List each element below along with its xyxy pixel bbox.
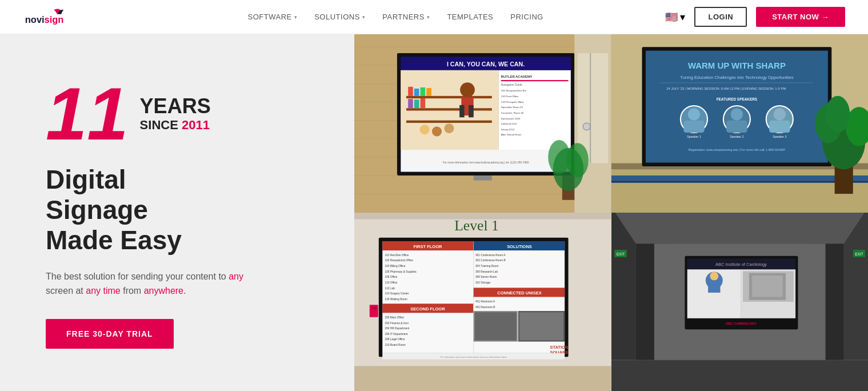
school-signage-image: I CAN, YOU CAN, WE CAN. xyxy=(354,34,611,213)
logo[interactable]: novi sign xyxy=(23,6,91,29)
svg-text:301 Conference Room A: 301 Conference Room A xyxy=(475,254,506,257)
nav-software[interactable]: SOFTWARE ▾ xyxy=(248,13,298,21)
svg-text:106 Office: 106 Office xyxy=(385,276,398,278)
svg-rect-38 xyxy=(501,80,569,81)
svg-text:202 Finance & Acct: 202 Finance & Acct xyxy=(385,322,409,325)
svg-text:Gymnasium 5102: Gymnasium 5102 xyxy=(501,117,521,120)
chevron-down-icon: ▾ xyxy=(362,14,366,20)
svg-rect-154 xyxy=(708,281,720,293)
svg-text:WARM UP WITH SHARP: WARM UP WITH SHARP xyxy=(687,61,785,70)
chevron-down-icon: ▾ xyxy=(427,14,430,20)
hero-section: 11 YEARS SINCE 2011 Digital Signage Made… xyxy=(0,34,868,391)
svg-text:BUTLER ACADEMY: BUTLER ACADEMY xyxy=(501,75,533,78)
svg-point-77 xyxy=(730,108,742,120)
since-text: SINCE 2011 xyxy=(140,118,211,133)
svg-point-89 xyxy=(825,96,850,133)
nav-templates[interactable]: TEMPLATES xyxy=(447,13,493,21)
nav-pricing[interactable]: PRICING xyxy=(510,13,543,21)
svg-text:306 Research Lab: 306 Research Lab xyxy=(475,270,498,273)
svg-rect-145 xyxy=(635,244,654,360)
svg-text:302 Conference Room B: 302 Conference Room B xyxy=(475,259,506,262)
svg-text:308 Server Room: 308 Server Room xyxy=(475,276,497,278)
svg-point-153 xyxy=(710,272,718,281)
svg-rect-131 xyxy=(519,312,563,340)
svg-text:Registration: www.sharplearnin: Registration: www.sharplearning.edu | Fo… xyxy=(688,148,785,151)
svg-rect-63 xyxy=(611,175,869,181)
login-button[interactable]: LOGIN xyxy=(694,7,747,27)
svg-rect-28 xyxy=(421,98,426,108)
svg-point-35 xyxy=(444,123,454,133)
svg-rect-22 xyxy=(408,87,413,96)
svg-point-33 xyxy=(420,125,430,134)
svg-point-73 xyxy=(687,108,699,120)
svg-text:Level 1: Level 1 xyxy=(454,217,499,234)
svg-text:110 Office: 110 Office xyxy=(385,281,398,284)
svg-rect-36 xyxy=(499,70,571,150)
svg-text:For more information visit www: For more information visit www.butleraca… xyxy=(443,161,529,164)
svg-text:EXIT: EXIT xyxy=(616,252,624,256)
svg-rect-51 xyxy=(474,175,492,181)
svg-rect-142 xyxy=(611,360,869,391)
years-block: 11 YEARS SINCE 2011 xyxy=(46,77,309,151)
svg-text:101 Rec/Den Office: 101 Rec/Den Office xyxy=(385,254,409,257)
svg-text:210 Board Room: 210 Board Room xyxy=(385,344,406,346)
svg-text:110 Front Office: 110 Front Office xyxy=(501,95,519,98)
svg-text:Cafeteria 5111: Cafeteria 5111 xyxy=(501,122,518,125)
svg-text:208 Legal Office: 208 Legal Office xyxy=(385,338,405,341)
svg-text:112 Lab: 112 Lab xyxy=(385,287,395,290)
svg-text:Navigation Guide: Navigation Guide xyxy=(501,83,522,86)
svg-text:112 Principal's Office: 112 Principal's Office xyxy=(501,101,524,103)
chevron-down-icon: ▾ xyxy=(680,11,685,23)
svg-text:116 Waiting Room: 116 Waiting Room xyxy=(385,298,407,301)
svg-rect-19 xyxy=(406,96,492,98)
nav-solutions[interactable]: SOLUTIONS ▾ xyxy=(314,13,365,21)
svg-text:114 Surgery Center: 114 Surgery Center xyxy=(385,292,409,295)
svg-point-81 xyxy=(773,108,785,120)
svg-text:Tuning Education Challenges in: Tuning Education Challenges into Technol… xyxy=(680,75,793,80)
svg-rect-74 xyxy=(683,121,704,133)
svg-text:novi: novi xyxy=(25,14,45,24)
svg-text:105 Pharmacy & Supplies: 105 Pharmacy & Supplies xyxy=(385,270,417,273)
svg-text:Counselor: Room 18: Counselor: Room 18 xyxy=(501,111,524,114)
nav-links: SOFTWARE ▾ SOLUTIONS ▾ PARTNERS ▾ TEMPLA… xyxy=(126,13,665,21)
svg-rect-69 xyxy=(660,82,813,83)
svg-text:304 Training Room: 304 Training Room xyxy=(475,265,499,268)
svg-rect-159 xyxy=(752,276,783,297)
svg-rect-23 xyxy=(414,89,419,96)
years-label: YEARS xyxy=(140,95,211,118)
svg-text:SOLUTIONS: SOLUTIONS xyxy=(507,244,532,249)
svg-text:Speaker 3: Speaker 3 xyxy=(773,135,786,138)
svg-rect-24 xyxy=(421,87,426,96)
svg-rect-32 xyxy=(469,105,474,117)
svg-text:sign: sign xyxy=(45,14,64,24)
svg-text:FEATURED SPEAKERS: FEATURED SPEAKERS xyxy=(716,97,757,101)
svg-point-55 xyxy=(583,123,590,130)
hero-headline: Digital Signage Made Easy xyxy=(46,165,309,256)
svg-rect-25 xyxy=(426,88,431,96)
svg-rect-21 xyxy=(406,121,492,123)
language-selector[interactable]: 🇺🇸 ▾ xyxy=(665,11,685,23)
nav-right: 🇺🇸 ▾ LOGIN START NOW → xyxy=(665,7,845,27)
svg-rect-146 xyxy=(825,244,843,360)
svg-rect-27 xyxy=(414,99,419,108)
svg-rect-54 xyxy=(590,53,591,163)
svg-text:ABC Institute of Cardiology: ABC Institute of Cardiology xyxy=(715,262,766,267)
svg-text:I CAN, YOU CAN, WE CAN.: I CAN, YOU CAN, WE CAN. xyxy=(447,61,525,67)
svg-text:200 Main Office: 200 Main Office xyxy=(385,316,405,319)
svg-text:402 Restroom B: 402 Restroom B xyxy=(475,306,495,309)
svg-text:Speaker 1: Speaker 1 xyxy=(687,135,701,138)
svg-rect-82 xyxy=(769,121,790,133)
start-now-button[interactable]: START NOW → xyxy=(756,7,845,27)
svg-text:ABC CARDIOLOGY: ABC CARDIOLOGY xyxy=(725,322,756,325)
svg-text:Speaker 2: Speaker 2 xyxy=(730,135,743,138)
svg-text:After School Room: After School Room xyxy=(501,133,522,136)
svg-marker-141 xyxy=(611,213,869,244)
svg-rect-136 xyxy=(370,305,378,317)
warm-sharp-image: WARM UP WITH SHARP Tuning Education Chal… xyxy=(611,34,869,213)
svg-rect-137 xyxy=(371,307,377,309)
trial-button[interactable]: FREE 30-DAY TRIAL xyxy=(46,319,174,349)
svg-rect-31 xyxy=(459,105,465,117)
svg-rect-26 xyxy=(408,99,413,108)
nav-partners[interactable]: PARTNERS ▾ xyxy=(382,13,430,21)
svg-rect-129 xyxy=(475,312,517,340)
